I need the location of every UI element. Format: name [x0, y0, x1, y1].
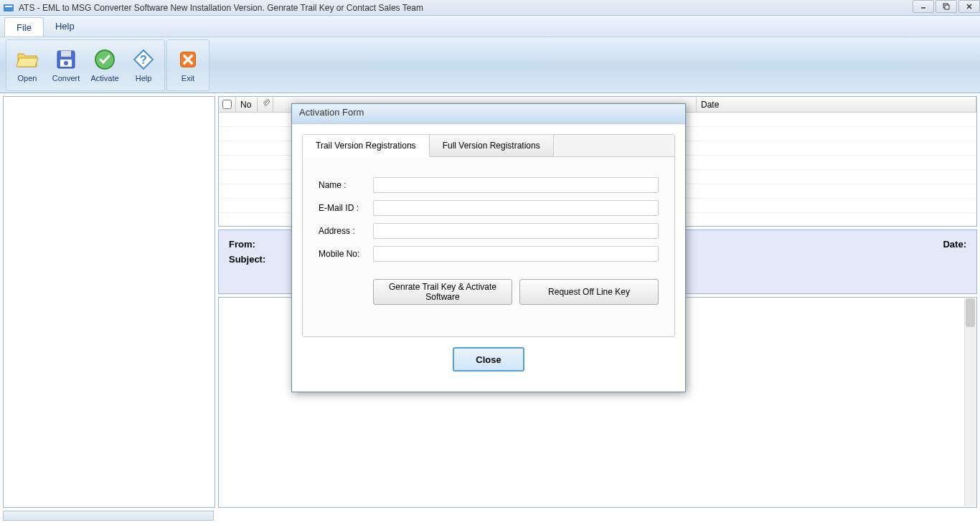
- grid-col-date[interactable]: Date: [697, 97, 976, 112]
- select-all-checkbox[interactable]: [222, 100, 232, 109]
- activation-dialog: Activation Form Trail Version Registrati…: [291, 103, 686, 392]
- dialog-body: Trail Version Registrations Full Version…: [292, 124, 685, 392]
- email-label: E-Mail ID :: [319, 203, 373, 213]
- subject-label: Subject:: [229, 254, 265, 265]
- svg-rect-1: [5, 6, 12, 7]
- exit-button[interactable]: Exit: [169, 42, 207, 89]
- left-tree-panel[interactable]: [3, 96, 215, 508]
- floppy-disk-icon: [55, 48, 77, 71]
- toolbar-group-exit: Exit: [166, 39, 209, 91]
- dialog-title: Activation Form: [292, 104, 685, 124]
- title-bar: ATS - EML to MSG Converter Software New …: [0, 0, 980, 16]
- menu-file[interactable]: File: [4, 17, 44, 37]
- toolbar-group-main: Open Convert Activate ? Help: [6, 39, 165, 91]
- exit-label: Exit: [182, 74, 194, 82]
- tab-strip: Trail Version Registrations Full Version…: [303, 135, 674, 157]
- folder-open-icon: [16, 48, 39, 71]
- exit-icon: [176, 48, 199, 71]
- menu-help[interactable]: Help: [44, 16, 86, 37]
- tab-trail-registrations[interactable]: Trail Version Registrations: [303, 135, 430, 157]
- open-label: Open: [18, 74, 37, 82]
- request-offline-key-button[interactable]: Request Off Line Key: [519, 279, 659, 305]
- date-label: Date:: [943, 239, 966, 250]
- menu-bar: File Help: [0, 16, 980, 37]
- help-diamond-icon: ?: [132, 48, 155, 71]
- svg-point-10: [64, 61, 68, 65]
- activate-label: Activate: [90, 74, 118, 82]
- tab-container: Trail Version Registrations Full Version…: [302, 134, 675, 337]
- address-label: Address :: [319, 226, 373, 236]
- status-cell: [3, 511, 214, 521]
- scroll-thumb[interactable]: [966, 298, 975, 327]
- open-button[interactable]: Open: [8, 42, 47, 89]
- email-field[interactable]: [373, 200, 659, 216]
- status-bar: [0, 511, 980, 522]
- mobile-field[interactable]: [373, 246, 659, 262]
- tab-content: Name : E-Mail ID : Address : Mobile No:: [303, 157, 674, 336]
- from-label: From:: [229, 239, 255, 250]
- mobile-label: Mobile No:: [319, 249, 373, 259]
- svg-rect-0: [4, 4, 14, 11]
- svg-rect-8: [61, 51, 71, 57]
- convert-label: Convert: [52, 74, 80, 82]
- window-controls: [911, 0, 980, 15]
- address-field[interactable]: [373, 223, 659, 239]
- generate-key-button[interactable]: Genrate Trail Key & Activate Software: [373, 279, 512, 305]
- maximize-button[interactable]: [936, 0, 957, 13]
- paperclip-icon: [262, 99, 270, 110]
- grid-col-no[interactable]: No: [236, 97, 258, 112]
- window-title: ATS - EML to MSG Converter Software New …: [19, 3, 911, 13]
- convert-button[interactable]: Convert: [47, 42, 85, 89]
- tab-full-registrations[interactable]: Full Version Registrations: [430, 135, 554, 156]
- close-button[interactable]: [958, 0, 980, 13]
- svg-text:?: ?: [140, 54, 147, 66]
- help-button[interactable]: ? Help: [124, 42, 163, 89]
- grid-col-checkbox[interactable]: [219, 97, 236, 112]
- scrollbar[interactable]: [964, 298, 976, 506]
- minimize-button[interactable]: [913, 0, 934, 13]
- grid-col-attachment[interactable]: [258, 97, 273, 112]
- svg-rect-4: [945, 5, 949, 9]
- dialog-close-button[interactable]: Close: [453, 347, 524, 372]
- app-icon: [3, 2, 14, 14]
- toolbar: Open Convert Activate ? Help Exit: [0, 37, 980, 93]
- help-label: Help: [136, 74, 152, 82]
- check-circle-icon: [93, 48, 116, 71]
- activate-button[interactable]: Activate: [85, 42, 124, 89]
- name-field[interactable]: [373, 177, 659, 193]
- name-label: Name :: [319, 180, 373, 190]
